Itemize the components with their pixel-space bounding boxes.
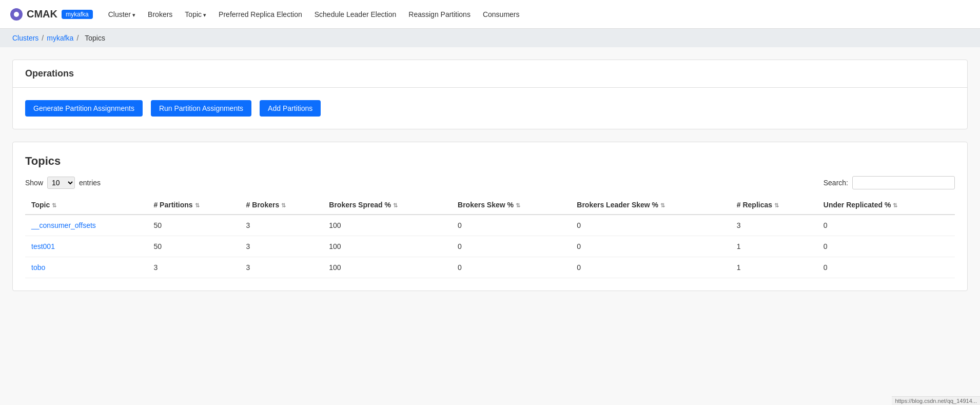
cell--partitions: 3 bbox=[147, 257, 240, 278]
operations-buttons: Generate Partition AssignmentsRun Partit… bbox=[25, 100, 955, 117]
navbar: CMAK mykafka ClusterBrokersTopicPreferre… bbox=[0, 0, 980, 29]
search-control: Search: bbox=[824, 176, 955, 189]
operations-card: Operations Generate Partition Assignment… bbox=[12, 60, 968, 129]
table-row: tobo331000010 bbox=[25, 257, 955, 278]
cell-brokers-spread-: 100 bbox=[323, 236, 452, 257]
brand-name: CMAK bbox=[27, 8, 57, 20]
col-label: Topic bbox=[31, 201, 50, 209]
col-label: # Replicas bbox=[737, 201, 772, 209]
col-label: Brokers Leader Skew % bbox=[577, 201, 658, 209]
topic-link[interactable]: tobo bbox=[31, 263, 45, 272]
entries-label: entries bbox=[79, 179, 101, 187]
col-brokers-skew-[interactable]: Brokers Skew %⇅ bbox=[452, 196, 571, 215]
cell-brokers-skew-: 0 bbox=[452, 257, 571, 278]
topic-link[interactable]: test001 bbox=[31, 242, 55, 250]
sort-icon: ⇅ bbox=[893, 202, 897, 209]
cell-brokers-leader-skew-: 0 bbox=[571, 236, 730, 257]
table-controls: Show 10 25 50 100 entries Search: bbox=[25, 176, 955, 189]
col-topic[interactable]: Topic⇅ bbox=[25, 196, 147, 215]
sort-icon: ⇅ bbox=[393, 202, 398, 209]
sort-icon: ⇅ bbox=[281, 202, 286, 209]
topic-link[interactable]: __consumer_offsets bbox=[31, 221, 96, 229]
cluster-badge[interactable]: mykafka bbox=[62, 10, 93, 19]
breadcrumb-link-clusters[interactable]: Clusters bbox=[12, 34, 38, 42]
main-content: Operations Generate Partition Assignment… bbox=[0, 47, 980, 303]
brand: CMAK mykafka bbox=[10, 8, 93, 21]
col-under-replicated-[interactable]: Under Replicated %⇅ bbox=[817, 196, 955, 215]
topics-section: Topics Show 10 25 50 100 entries Search: bbox=[12, 142, 968, 291]
col--partitions[interactable]: # Partitions⇅ bbox=[147, 196, 240, 215]
table-row: test0015031000010 bbox=[25, 236, 955, 257]
col-brokers-leader-skew-[interactable]: Brokers Leader Skew %⇅ bbox=[571, 196, 730, 215]
cell-under-replicated-: 0 bbox=[817, 236, 955, 257]
sort-icon: ⇅ bbox=[516, 202, 520, 209]
search-label: Search: bbox=[824, 179, 848, 187]
cell-brokers-skew-: 0 bbox=[452, 215, 571, 236]
cell-brokers-spread-: 100 bbox=[323, 257, 452, 278]
nav-link-schedule-leader-election[interactable]: Schedule Leader Election bbox=[309, 7, 402, 22]
cell-topic[interactable]: tobo bbox=[25, 257, 147, 278]
cell--replicas: 3 bbox=[731, 215, 817, 236]
brand-icon bbox=[10, 8, 23, 21]
nav-link-brokers[interactable]: Brokers bbox=[143, 7, 178, 22]
sort-icon: ⇅ bbox=[660, 202, 665, 209]
cell-under-replicated-: 0 bbox=[817, 257, 955, 278]
cell-brokers-leader-skew-: 0 bbox=[571, 257, 730, 278]
col-label: # Partitions bbox=[153, 201, 192, 209]
breadcrumb-separator: / bbox=[42, 34, 44, 42]
cell-brokers-skew-: 0 bbox=[452, 236, 571, 257]
breadcrumb-separator: / bbox=[76, 34, 79, 42]
breadcrumb-current: Topics bbox=[85, 34, 105, 42]
cell--replicas: 1 bbox=[731, 257, 817, 278]
show-entries: Show 10 25 50 100 entries bbox=[25, 177, 101, 189]
show-label: Show bbox=[25, 179, 43, 187]
cell--partitions: 50 bbox=[147, 236, 240, 257]
cell--brokers: 3 bbox=[240, 257, 323, 278]
cell--replicas: 1 bbox=[731, 236, 817, 257]
nav-link-consumers[interactable]: Consumers bbox=[478, 7, 525, 22]
sort-icon: ⇅ bbox=[774, 202, 779, 209]
cell-brokers-leader-skew-: 0 bbox=[571, 215, 730, 236]
col--replicas[interactable]: # Replicas⇅ bbox=[731, 196, 817, 215]
col-label: # Brokers bbox=[246, 201, 280, 209]
cell-brokers-spread-: 100 bbox=[323, 215, 452, 236]
nav-link-reassign-partitions[interactable]: Reassign Partitions bbox=[403, 7, 476, 22]
breadcrumb-link-mykafka[interactable]: mykafka bbox=[47, 34, 73, 42]
col-brokers-spread-[interactable]: Brokers Spread %⇅ bbox=[323, 196, 452, 215]
table-row: __consumer_offsets5031000030 bbox=[25, 215, 955, 236]
nav-links: ClusterBrokersTopicPreferred Replica Ele… bbox=[103, 7, 525, 22]
operations-title: Operations bbox=[13, 60, 967, 88]
cell--partitions: 50 bbox=[147, 215, 240, 236]
cell-topic[interactable]: __consumer_offsets bbox=[25, 215, 147, 236]
breadcrumb: Clusters/mykafka/Topics bbox=[0, 29, 980, 47]
nav-link-preferred-replica-election[interactable]: Preferred Replica Election bbox=[213, 7, 307, 22]
topics-title: Topics bbox=[25, 155, 955, 168]
btn-add-partitions[interactable]: Add Partitions bbox=[260, 100, 321, 117]
nav-link-topic[interactable]: Topic bbox=[180, 7, 211, 22]
sort-icon: ⇅ bbox=[195, 202, 200, 209]
cell--brokers: 3 bbox=[240, 236, 323, 257]
table-body: __consumer_offsets5031000030test00150310… bbox=[25, 215, 955, 278]
table-header: Topic⇅# Partitions⇅# Brokers⇅Brokers Spr… bbox=[25, 196, 955, 215]
search-input[interactable] bbox=[852, 176, 955, 189]
col-label: Brokers Skew % bbox=[458, 201, 514, 209]
cell-topic[interactable]: test001 bbox=[25, 236, 147, 257]
sort-icon: ⇅ bbox=[52, 202, 56, 209]
col--brokers[interactable]: # Brokers⇅ bbox=[240, 196, 323, 215]
btn-run-partition-assignments[interactable]: Run Partition Assignments bbox=[151, 100, 251, 117]
header-row: Topic⇅# Partitions⇅# Brokers⇅Brokers Spr… bbox=[25, 196, 955, 215]
operations-body: Generate Partition AssignmentsRun Partit… bbox=[13, 88, 967, 129]
entries-select[interactable]: 10 25 50 100 bbox=[47, 177, 75, 189]
topics-table: Topic⇅# Partitions⇅# Brokers⇅Brokers Spr… bbox=[25, 196, 955, 278]
nav-link-cluster[interactable]: Cluster bbox=[103, 7, 141, 22]
cell-under-replicated-: 0 bbox=[817, 215, 955, 236]
col-label: Brokers Spread % bbox=[329, 201, 391, 209]
cell--brokers: 3 bbox=[240, 215, 323, 236]
col-label: Under Replicated % bbox=[824, 201, 891, 209]
btn-generate-partition-assignments[interactable]: Generate Partition Assignments bbox=[25, 100, 143, 117]
